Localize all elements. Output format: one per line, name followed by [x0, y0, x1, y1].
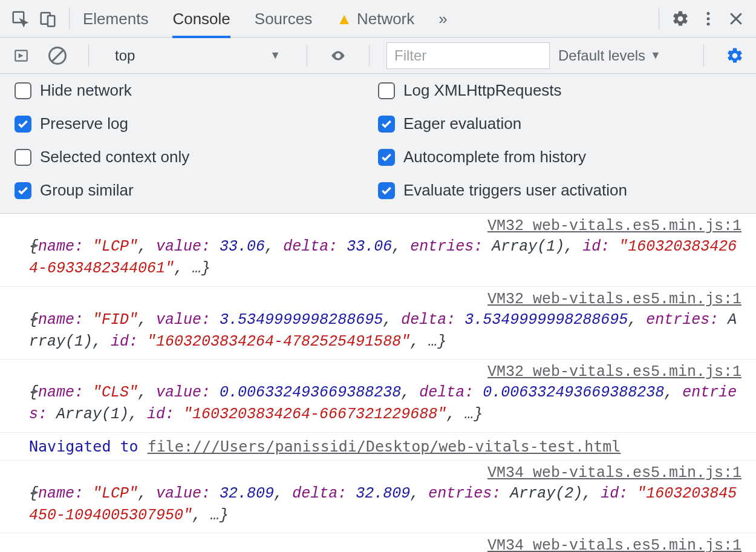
more-menu-icon[interactable]	[694, 5, 722, 33]
expand-icon[interactable]: ▶	[33, 239, 39, 251]
more-tabs[interactable]: »	[438, 0, 447, 38]
context-selector[interactable]: top ▼	[106, 42, 290, 69]
nav-url[interactable]: file:///Users/panissidi/Desktop/web-vita…	[148, 438, 621, 455]
filter-input[interactable]	[386, 42, 550, 69]
log-object: {name: "LCP", value: 33.06, delta: 33.06…	[29, 236, 741, 280]
checkbox-unchecked-icon	[15, 149, 31, 166]
live-expression-icon[interactable]	[324, 42, 352, 70]
svg-point-4	[707, 17, 710, 20]
log-entry[interactable]: VM34 web-vitals.es5.min.js:1▶{name: "LCP…	[0, 461, 756, 534]
autocomplete-checkbox[interactable]: Autocomplete from history	[378, 148, 741, 166]
checkbox-unchecked-icon	[15, 82, 31, 99]
log-object: {name: "LCP", value: 32.809, delta: 32.8…	[29, 483, 741, 527]
checkbox-label: Hide network	[40, 81, 132, 100]
expand-icon[interactable]: ▶	[33, 486, 39, 498]
preserve-log-checkbox[interactable]: Preserve log	[15, 114, 378, 133]
group-similar-checkbox[interactable]: Group similar	[15, 181, 378, 200]
checkbox-unchecked-icon	[378, 82, 395, 99]
checkbox-label: Eager evaluation	[403, 114, 521, 133]
log-levels-selector[interactable]: Default levels ▼	[558, 47, 661, 64]
expand-icon[interactable]: ▶	[33, 385, 39, 397]
svg-rect-2	[48, 16, 54, 27]
tab-network[interactable]: ▲Network	[336, 0, 414, 38]
hide-network-checkbox[interactable]: Hide network	[15, 81, 378, 100]
chevron-down-icon: ▼	[650, 49, 661, 62]
console-settings-panel: Hide network Log XMLHttpRequests Preserv…	[0, 74, 756, 214]
checkbox-label: Autocomplete from history	[403, 148, 586, 166]
separator	[88, 45, 89, 67]
svg-point-3	[707, 12, 710, 15]
separator	[69, 8, 70, 30]
checkbox-checked-icon	[378, 116, 395, 133]
checkbox-label: Selected context only	[40, 148, 189, 166]
chevron-down-icon: ▼	[270, 49, 281, 62]
log-object: {name: "CLS", value: 0.00633249366938823…	[29, 382, 741, 426]
clear-console-icon[interactable]	[44, 42, 71, 70]
console-log: VM32 web-vitals.es5.min.js:1▶{name: "LCP…	[0, 214, 756, 552]
tab-console[interactable]: Console	[172, 0, 230, 38]
separator	[369, 45, 370, 67]
checkbox-checked-icon	[378, 182, 395, 199]
log-source-link[interactable]: VM34 web-vitals.es5.min.js:1	[29, 464, 741, 482]
log-entry[interactable]: VM32 web-vitals.es5.min.js:1▶{name: "LCP…	[0, 214, 756, 287]
eager-eval-checkbox[interactable]: Eager evaluation	[378, 114, 741, 133]
checkbox-label: Group similar	[40, 181, 134, 200]
settings-icon[interactable]	[666, 5, 694, 33]
selected-context-checkbox[interactable]: Selected context only	[15, 148, 378, 166]
checkbox-checked-icon	[378, 149, 395, 166]
log-entry[interactable]: VM32 web-vitals.es5.min.js:1▶{name: "FID…	[0, 287, 756, 360]
expand-icon[interactable]: ▶	[33, 312, 39, 324]
log-levels-label: Default levels	[558, 47, 645, 64]
device-toggle-icon[interactable]	[34, 5, 62, 33]
separator	[703, 45, 704, 67]
log-source-link[interactable]: VM32 web-vitals.es5.min.js:1	[29, 363, 741, 381]
sidebar-toggle-icon[interactable]	[7, 42, 35, 70]
tab-elements[interactable]: Elements	[83, 0, 148, 38]
checkbox-label: Preserve log	[40, 114, 128, 133]
checkbox-label: Log XMLHttpRequests	[403, 81, 562, 100]
separator	[659, 8, 659, 30]
log-source-link[interactable]: VM32 web-vitals.es5.min.js:1	[29, 217, 741, 235]
log-xhr-checkbox[interactable]: Log XMLHttpRequests	[378, 81, 741, 100]
checkbox-checked-icon	[15, 182, 31, 199]
log-source-link[interactable]: VM32 web-vitals.es5.min.js:1	[29, 291, 741, 308]
svg-point-5	[707, 22, 710, 25]
console-subtoolbar: top ▼ Default levels ▼	[0, 38, 756, 74]
evaluate-triggers-checkbox[interactable]: Evaluate triggers user activation	[378, 181, 741, 200]
tab-network-label: Network	[357, 10, 414, 28]
log-object: {name: "FID", value: 3.5349999998288695,…	[29, 309, 741, 353]
close-icon[interactable]	[722, 5, 750, 33]
checkbox-label: Evaluate triggers user activation	[403, 181, 627, 200]
checkbox-checked-icon	[15, 116, 31, 133]
navigation-entry: Navigated to file:///Users/panissidi/Des…	[0, 433, 756, 461]
log-entry[interactable]: VM32 web-vitals.es5.min.js:1▶{name: "CLS…	[0, 360, 756, 433]
separator	[307, 45, 307, 67]
context-label: top	[115, 47, 135, 64]
nav-prefix: Navigated to	[29, 438, 148, 455]
devtools-toolbar: Elements Console Sources ▲Network »	[0, 0, 756, 38]
warning-icon: ▲	[336, 10, 352, 28]
console-settings-icon[interactable]	[721, 42, 749, 70]
log-source-link[interactable]: VM34 web-vitals.es5.min.js:1	[29, 537, 741, 552]
log-entry[interactable]: VM34 web-vitals.es5.min.js:1▶{name: "FID…	[0, 533, 756, 552]
panel-tabs: Elements Console Sources ▲Network »	[77, 0, 651, 38]
inspect-icon[interactable]	[6, 5, 34, 33]
tab-sources[interactable]: Sources	[255, 0, 312, 38]
